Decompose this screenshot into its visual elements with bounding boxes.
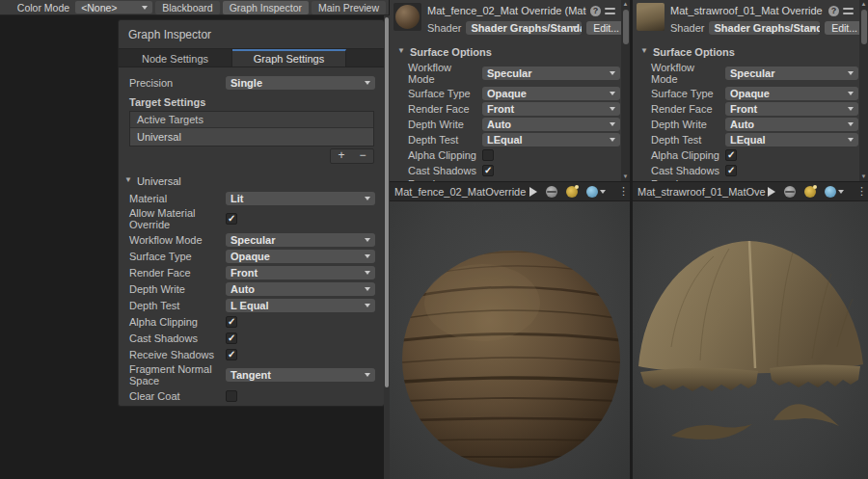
- wood-sphere-thumb-icon: [395, 5, 420, 29]
- unity-shader-graph-window: Color Mode <None> Blackboard Graph Inspe…: [0, 0, 868, 479]
- edit-shader-button[interactable]: Edit...: [825, 21, 864, 35]
- alpha-clipping-checkbox[interactable]: [482, 149, 494, 161]
- environment-icon: [825, 186, 836, 198]
- render-face-dropdown[interactable]: Front: [725, 102, 858, 116]
- allow-material-override-checkbox[interactable]: [226, 213, 237, 225]
- custom-editor-gui-input[interactable]: [226, 406, 375, 408]
- panel-title: Graph Inspector: [119, 20, 384, 48]
- render-face-dropdown[interactable]: Front: [482, 102, 620, 116]
- depth-write-dropdown[interactable]: Auto: [725, 118, 858, 131]
- strawroof-panel-scrollbar[interactable]: ▲ ▼: [859, 0, 868, 181]
- scrollbar-thumb[interactable]: [623, 10, 629, 44]
- setting-label: Receive Shadows: [129, 349, 226, 360]
- setting-value: Lit: [231, 193, 243, 204]
- setting-label: Cast Shadows: [639, 165, 725, 176]
- workflow-mode-dropdown[interactable]: Specular: [226, 233, 375, 247]
- alpha-clipping-checkbox[interactable]: [226, 316, 237, 328]
- material-title: Mat_strawroof_01_Mat Override (M: [670, 5, 825, 16]
- depth-test-dropdown[interactable]: L Equal: [226, 299, 375, 312]
- environment-dropdown[interactable]: [586, 186, 606, 198]
- preview-sphere-icon[interactable]: [784, 186, 796, 198]
- setting-label: Depth Test: [639, 134, 725, 146]
- cast-shadows-checkbox[interactable]: [482, 165, 494, 176]
- scroll-up-icon[interactable]: ▲: [859, 0, 868, 9]
- environment-dropdown[interactable]: [825, 186, 844, 198]
- surface-type-dropdown[interactable]: Opaque: [482, 87, 620, 100]
- help-icon[interactable]: ?: [828, 6, 839, 16]
- tab-node-settings[interactable]: Node Settings: [119, 49, 232, 67]
- presets-icon[interactable]: [605, 6, 615, 16]
- setting-label: Render Face: [639, 103, 725, 115]
- main-preview-button[interactable]: Main Preview: [312, 1, 386, 14]
- material-thumbnail[interactable]: [637, 3, 665, 31]
- presets-icon[interactable]: [843, 6, 854, 16]
- tab-graph-settings[interactable]: Graph Settings: [232, 49, 346, 67]
- depth-write-dropdown[interactable]: Auto: [482, 118, 620, 131]
- preview-sphere-icon[interactable]: [546, 186, 557, 198]
- clear-coat-checkbox[interactable]: [226, 390, 237, 402]
- surface-type-dropdown[interactable]: Opaque: [725, 87, 858, 100]
- material-preview-straw-roof[interactable]: [633, 202, 868, 479]
- depth-test-dropdown[interactable]: LEqual: [482, 133, 620, 146]
- setting-label: Alpha Clipping: [396, 149, 482, 161]
- blackboard-button[interactable]: Blackboard: [155, 1, 220, 14]
- remove-target-button[interactable]: −: [352, 149, 373, 163]
- universal-foldout-label: Universal: [137, 175, 181, 187]
- material-header: Mat_fence_02_Mat Override (Mater ? ⋮ Sha…: [390, 0, 630, 35]
- scroll-down-icon[interactable]: ▼: [621, 173, 630, 181]
- fragment-normal-space-dropdown[interactable]: Tangent: [226, 368, 375, 382]
- add-target-button[interactable]: +: [331, 149, 352, 163]
- setting-value: Specular: [231, 234, 275, 246]
- setting-label: Workflow Mode: [129, 234, 226, 246]
- surface-options-foldout[interactable]: ▼ Surface Options: [640, 43, 858, 60]
- play-icon[interactable]: [768, 187, 775, 197]
- material-preview-wood-sphere[interactable]: [390, 202, 630, 479]
- setting-label: Depth Write: [129, 283, 226, 295]
- color-mode-label: Color Mode: [14, 2, 72, 13]
- scroll-up-icon[interactable]: ▲: [621, 0, 630, 9]
- kebab-menu-icon[interactable]: ⋮: [856, 186, 863, 197]
- workflow-mode-dropdown[interactable]: Specular: [725, 67, 858, 80]
- chevron-down-icon: [600, 190, 606, 194]
- receive-shadows-checkbox[interactable]: [226, 349, 237, 360]
- precision-dropdown[interactable]: Single: [226, 76, 375, 90]
- target-item-universal[interactable]: Universal: [130, 128, 373, 146]
- graph-inspector-button[interactable]: Graph Inspector: [223, 1, 309, 14]
- scroll-down-icon[interactable]: ▼: [859, 173, 868, 181]
- surface-type-dropdown[interactable]: Opaque: [226, 250, 375, 263]
- setting-label: Alpha Clipping: [129, 316, 226, 328]
- setting-label: Depth Test: [396, 134, 482, 146]
- workflow-mode-dropdown[interactable]: Specular: [482, 67, 620, 80]
- lighting-icon[interactable]: [804, 186, 816, 198]
- material-preview-bar: Mat_strawroof_01_MatOve ⋮: [633, 181, 868, 201]
- play-icon[interactable]: [529, 187, 537, 197]
- setting-value: Front: [730, 103, 757, 115]
- edit-shader-button[interactable]: Edit...: [586, 21, 626, 35]
- setting-label: Surface Type: [396, 88, 482, 99]
- depth-test-dropdown[interactable]: LEqual: [725, 133, 858, 146]
- setting-label: Depth Write: [396, 119, 482, 130]
- precision-label: Precision: [129, 77, 226, 89]
- shader-dropdown[interactable]: Shader Graphs/Standard_: [709, 21, 820, 35]
- render-face-dropdown[interactable]: Front: [226, 266, 375, 279]
- lighting-icon[interactable]: [566, 186, 578, 198]
- surface-options-foldout[interactable]: ▼ Surface Options: [397, 43, 620, 60]
- cast-shadows-checkbox[interactable]: [725, 165, 737, 176]
- material-header: Mat_strawroof_01_Mat Override (M ? ⋮ Sha…: [633, 0, 868, 35]
- universal-foldout[interactable]: ▼ Universal: [124, 173, 375, 189]
- color-mode-dropdown[interactable]: <None>: [75, 1, 152, 13]
- scrollbar-thumb[interactable]: [385, 17, 389, 387]
- help-icon[interactable]: ?: [590, 6, 601, 16]
- kebab-menu-icon[interactable]: ⋮: [618, 186, 625, 197]
- scrollbar-thumb[interactable]: [861, 10, 867, 44]
- setting-label: Surface Type: [639, 88, 725, 99]
- material-dropdown[interactable]: Lit: [226, 192, 375, 205]
- preview-title: Mat_fence_02_MatOverride: [394, 186, 529, 198]
- depth-write-dropdown[interactable]: Auto: [226, 282, 375, 296]
- alpha-clipping-checkbox[interactable]: [725, 149, 737, 161]
- cast-shadows-checkbox[interactable]: [226, 333, 237, 344]
- material-thumbnail[interactable]: [393, 3, 421, 31]
- fence-panel-scrollbar[interactable]: ▲ ▼: [621, 0, 630, 181]
- shader-dropdown[interactable]: Shader Graphs/Standard_lv: [466, 21, 582, 35]
- chevron-down-icon: [838, 190, 844, 194]
